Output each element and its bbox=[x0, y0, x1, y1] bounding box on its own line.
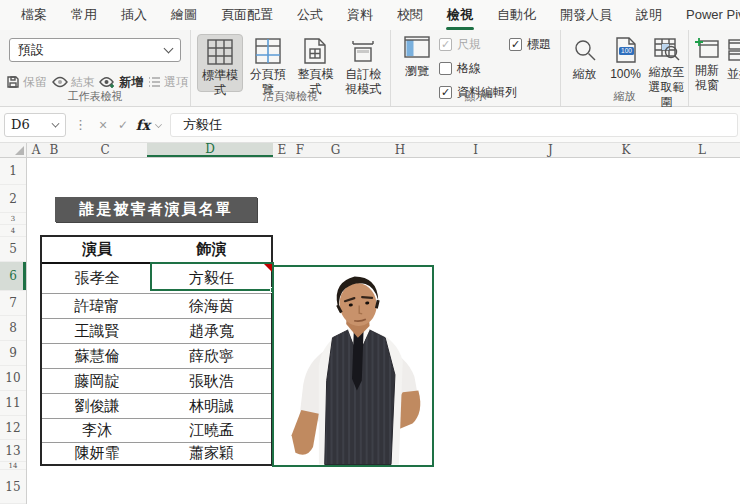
grid-magnifier-icon bbox=[653, 36, 681, 62]
table-cell[interactable]: 蕭家穎 bbox=[152, 443, 271, 464]
column-header[interactable]: C bbox=[63, 143, 147, 157]
cancel-entry-icon[interactable]: × bbox=[93, 117, 113, 133]
row-header[interactable]: 2 bbox=[0, 185, 26, 213]
table-cell[interactable]: 王識賢 bbox=[42, 319, 152, 343]
table-cell[interactable]: 張孝全 bbox=[42, 264, 152, 293]
new-window-button[interactable]: 開新視窗 bbox=[693, 36, 721, 92]
table-row[interactable]: 許瑋甯徐海茵 bbox=[42, 293, 271, 318]
exit-button[interactable]: 結束 bbox=[52, 74, 95, 91]
table-cell[interactable]: 張耿浩 bbox=[152, 369, 271, 393]
zoom-button[interactable]: 縮放 bbox=[565, 36, 604, 92]
table-row[interactable]: 蘇慧倫薛欣寧 bbox=[42, 343, 271, 368]
table-row[interactable]: 劉俊謙林明誠 bbox=[42, 393, 271, 418]
formula-bar-drag-handle[interactable]: ⋮ bbox=[74, 117, 87, 132]
cast-list-title: 誰是被害者演員名單 bbox=[55, 197, 257, 222]
table-cell[interactable]: 趙承寬 bbox=[152, 319, 271, 343]
ribbon-tab[interactable]: 插入 bbox=[110, 0, 158, 31]
chevron-down-icon bbox=[155, 121, 162, 128]
row-header[interactable]: 11 bbox=[0, 391, 26, 416]
column-header[interactable]: F bbox=[291, 143, 309, 157]
ribbon-tab[interactable]: 繪圖 bbox=[160, 0, 208, 31]
table-row[interactable]: 陳妍霏蕭家穎 bbox=[42, 442, 271, 464]
table-cell[interactable]: 薛欣寧 bbox=[152, 344, 271, 368]
table-row[interactable]: 藤岡靛張耿浩 bbox=[42, 368, 271, 393]
ribbon-tab[interactable]: 公式 bbox=[286, 0, 334, 31]
table-cell[interactable]: 許瑋甯 bbox=[42, 294, 152, 318]
row-header[interactable]: 8 bbox=[0, 316, 26, 341]
ribbon-tab[interactable]: 頁面配置 bbox=[210, 0, 284, 31]
row-header[interactable]: 10 bbox=[0, 366, 26, 391]
ribbon-tab[interactable]: 資料 bbox=[336, 0, 384, 31]
table-cell[interactable]: 劉俊謙 bbox=[42, 394, 152, 418]
column-header[interactable]: G bbox=[309, 143, 362, 157]
ribbon-tab[interactable]: 檢視 bbox=[436, 0, 484, 31]
column-header[interactable]: L bbox=[664, 143, 740, 157]
keep-button[interactable]: 保留 bbox=[6, 74, 47, 91]
row-header[interactable]: 1 bbox=[0, 158, 26, 185]
checkbox-ruler[interactable]: ✓尺規 bbox=[439, 36, 517, 53]
column-header[interactable]: D bbox=[147, 143, 273, 157]
navigation-button[interactable]: 瀏覽 bbox=[399, 36, 435, 79]
zoom-100-button[interactable]: 100 100% bbox=[606, 36, 645, 92]
row-header[interactable]: 12 bbox=[0, 416, 26, 440]
column-header[interactable]: A bbox=[27, 143, 45, 157]
group-window: 開新視窗 並排 bbox=[688, 30, 740, 106]
zoom-to-selection-button[interactable]: 縮放至選取範圍 bbox=[647, 36, 686, 92]
table-row[interactable]: 李沐江曉孟 bbox=[42, 418, 271, 442]
ribbon-tab[interactable]: 說明 bbox=[625, 0, 673, 31]
ribbon-tab[interactable]: 自動化 bbox=[486, 0, 547, 31]
actor-photo[interactable] bbox=[272, 265, 434, 467]
ribbon-tab[interactable]: 校閱 bbox=[386, 0, 434, 31]
row-header[interactable]: 4 bbox=[0, 225, 26, 237]
name-box-value: D6 bbox=[11, 117, 30, 132]
table-cell[interactable]: 蘇慧倫 bbox=[42, 344, 152, 368]
column-header[interactable]: I bbox=[438, 143, 513, 157]
ribbon-tab[interactable]: 常用 bbox=[60, 0, 108, 31]
checkbox-gridlines[interactable]: 格線 bbox=[439, 60, 517, 77]
confirm-entry-icon[interactable]: ✓ bbox=[113, 118, 133, 132]
column-header[interactable]: K bbox=[588, 143, 664, 157]
ribbon-tab[interactable]: 檔案 bbox=[10, 0, 58, 31]
column-header[interactable]: J bbox=[513, 143, 588, 157]
new-sheet-view-button[interactable]: 新增 bbox=[99, 74, 143, 91]
table-cell[interactable]: 江曉孟 bbox=[152, 419, 271, 442]
options-button[interactable]: 選項 bbox=[148, 74, 188, 91]
chevron-down-icon bbox=[52, 119, 60, 127]
formula-input[interactable]: 方毅任 bbox=[170, 113, 738, 137]
table-cell[interactable]: 林明誠 bbox=[152, 394, 271, 418]
table-cell[interactable]: 陳妍霏 bbox=[42, 443, 152, 464]
normal-view-button[interactable]: 標準模式 bbox=[197, 34, 243, 92]
page-break-preview-button[interactable]: 分頁預覽 bbox=[245, 34, 291, 92]
table-row[interactable]: 王識賢趙承寬 bbox=[42, 318, 271, 343]
checkbox-headings[interactable]: ✓標題 bbox=[509, 36, 551, 53]
table-cell[interactable]: 徐海茵 bbox=[152, 294, 271, 318]
row-header[interactable]: 15 bbox=[0, 470, 26, 504]
column-header[interactable]: E bbox=[273, 143, 291, 157]
sheet-view-dropdown-value: 預設 bbox=[18, 41, 44, 59]
column-header[interactable]: B bbox=[45, 143, 63, 157]
name-box[interactable]: D6 bbox=[4, 113, 66, 137]
row-header[interactable]: 14 bbox=[0, 462, 26, 470]
select-all-corner[interactable] bbox=[0, 143, 27, 157]
table-cell[interactable]: 李沐 bbox=[42, 419, 152, 442]
sheet-view-dropdown[interactable]: 預設 bbox=[9, 38, 181, 62]
options-list-icon bbox=[148, 76, 161, 88]
arrange-all-button[interactable]: 並排 bbox=[725, 36, 740, 92]
page-layout-button[interactable]: 整頁模式 bbox=[293, 34, 339, 92]
row-header[interactable]: 9 bbox=[0, 341, 26, 366]
row-header[interactable]: 7 bbox=[0, 291, 26, 316]
selected-cell-outline[interactable] bbox=[150, 262, 274, 291]
ribbon-tab[interactable]: 開發人員 bbox=[549, 0, 623, 31]
insert-function-button[interactable]: fx bbox=[133, 117, 153, 133]
table-cell[interactable]: 藤岡靛 bbox=[42, 369, 152, 393]
custom-views-button[interactable]: 自訂檢視模式 bbox=[340, 34, 386, 92]
row-header[interactable]: 13 bbox=[0, 440, 26, 462]
row-header[interactable]: 5 bbox=[0, 237, 26, 262]
ribbon-tab[interactable]: Power Pivot bbox=[675, 1, 740, 29]
sheet-canvas[interactable]: 誰是被害者演員名單 演員 飾演 張孝全方毅任許瑋甯徐海茵王識賢趙承寬蘇慧倫薛欣寧… bbox=[27, 158, 740, 504]
save-icon bbox=[6, 75, 20, 89]
row-header[interactable]: 6 bbox=[0, 262, 26, 291]
actor-photo-illustration bbox=[274, 267, 432, 465]
column-header[interactable]: H bbox=[362, 143, 438, 157]
row-header[interactable]: 3 bbox=[0, 213, 26, 225]
